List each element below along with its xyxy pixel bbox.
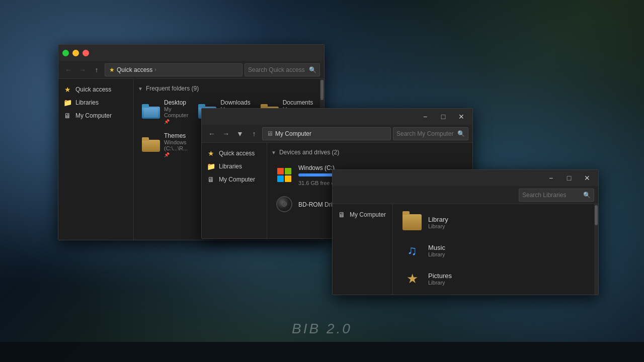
folder-icon-themes [142, 136, 160, 154]
lib-sub-music: Library [428, 251, 445, 257]
bd-disc-icon [276, 196, 292, 212]
window-body-libraries: 🖥 My Computer Library Library [333, 204, 598, 295]
folder-item-desktop[interactable]: Desktop My Computer 📌 [138, 96, 192, 127]
btn-forward[interactable]: → [76, 64, 89, 76]
breadcrumb-arrow: › [154, 67, 156, 72]
folder-icon-libraries: 📁 [63, 99, 71, 107]
btn-recent-mycomputer[interactable]: ▼ [234, 128, 246, 140]
btn-back[interactable]: ← [62, 64, 74, 76]
taskbar [0, 342, 644, 362]
section-header-drives: ▼ Devices and drives (2) [271, 147, 468, 160]
lib-item-library[interactable]: Library Library [398, 209, 589, 235]
breadcrumb-comp-icon: 🖥 [267, 130, 273, 137]
lib-content: Library Library ♫ Music Library ★ [393, 204, 594, 295]
btn-maximize-mac[interactable] [72, 50, 79, 56]
breadcrumb-quickaccess[interactable]: ★ Quick access › [105, 63, 243, 76]
computer-icon: 🖥 [63, 112, 71, 120]
lib-name-library: Library [428, 216, 448, 223]
folder-item-themes[interactable]: Themes Windows (C:\...\R... 📌 [138, 129, 192, 160]
search-bar-mycomputer[interactable]: 🔍 [393, 127, 468, 140]
lib-info-pictures: Pictures Library [428, 272, 452, 286]
star-icon-sidebar: ★ [207, 149, 215, 157]
search-icon: 🔍 [309, 66, 316, 73]
section-title-drives: Devices and drives (2) [279, 149, 339, 156]
btn-back-mycomputer[interactable]: ← [206, 128, 218, 140]
drive-icon-windows [275, 166, 293, 184]
sidebar-item-qa-mycomputer[interactable]: ★ Quick access [202, 147, 267, 160]
btn-minimize-libraries[interactable]: − [544, 171, 558, 185]
folder-location-desktop: My Computer [164, 106, 188, 118]
computer-icon-sidebar: 🖥 [207, 175, 215, 184]
toolbar-libraries: 🔍 [333, 186, 598, 204]
folder-name-desktop: Desktop [164, 99, 188, 106]
btn-minimize-mycomputer[interactable]: − [418, 110, 432, 124]
scrollbar-libraries[interactable] [594, 204, 598, 295]
sidebar-item-mycomputer[interactable]: 🖥 My Computer [58, 109, 133, 122]
watermark: BIB 2.0 [292, 321, 352, 337]
scrollbar-thumb-quickaccess [320, 80, 324, 100]
btn-minimize-mac[interactable] [62, 50, 69, 56]
btn-maximize-mycomputer[interactable]: □ [436, 110, 450, 124]
toolbar-quickaccess: ← → ↑ ★ Quick access › 🔍 [58, 61, 324, 79]
btn-up-mycomputer[interactable]: ↑ [248, 128, 260, 140]
breadcrumb-text-mycomputer: My Computer [275, 130, 311, 137]
btn-up[interactable]: ↑ [91, 64, 103, 76]
search-input-quickaccess[interactable] [248, 66, 307, 73]
sidebar-quickaccess: ★ Quick access 📁 Libraries 🖥 My Computer [58, 79, 134, 240]
search-bar-quickaccess[interactable]: 🔍 [245, 63, 320, 76]
sidebar-label-libraries: Libraries [75, 99, 99, 106]
sidebar-label-mycomputer: My Computer [75, 112, 112, 119]
sidebar-item-lib-mycomputer[interactable]: 📁 Libraries [202, 160, 267, 173]
lib-sub-library: Library [428, 223, 448, 229]
btn-close-mycomputer[interactable]: ✕ [454, 110, 468, 124]
sidebar-label-qa: Quick access [219, 150, 255, 157]
sidebar-item-mycomp-lib[interactable]: 🖥 My Computer [333, 208, 392, 221]
sidebar-item-comp-mycomputer[interactable]: 🖥 My Computer [202, 173, 267, 186]
btn-maximize-libraries[interactable]: □ [562, 171, 576, 185]
sidebar-label-lib: Libraries [219, 163, 242, 170]
folder-info-themes: Themes Windows (C:\...\R... 📌 [164, 132, 188, 157]
search-icon-mycomputer: 🔍 [457, 130, 465, 137]
window-controls-libraries: − □ ✕ [544, 171, 594, 185]
breadcrumb-star-icon: ★ [109, 66, 115, 73]
lib-icon-music: ♫ [402, 240, 422, 260]
sidebar-libraries: 🖥 My Computer [333, 204, 393, 295]
breadcrumb-mycomputer[interactable]: 🖥 My Computer [262, 127, 391, 140]
lib-icon-library [402, 212, 422, 232]
drive-name-c: Windows (C:) [298, 164, 335, 171]
lib-info-music: Music Library [428, 244, 445, 257]
lib-item-pictures[interactable]: ★ Pictures Library [398, 265, 589, 292]
drive-fill-c [298, 173, 336, 176]
folder-location-themes: Windows (C:\...\R... [164, 139, 188, 151]
sidebar-item-libraries[interactable]: 📁 Libraries [58, 96, 133, 109]
chevron-icon: ▼ [138, 86, 143, 92]
computer-icon-lib-sidebar: 🖥 [338, 211, 346, 219]
folder-name-downloads: Downloads [220, 99, 250, 106]
star-icon: ★ [63, 85, 71, 94]
btn-close-mac[interactable] [83, 50, 89, 56]
main-content-libraries[interactable]: Library Library ♫ Music Library ★ [393, 204, 594, 295]
window-libraries: − □ ✕ 🔍 🖥 My Computer [332, 169, 599, 295]
windows-logo [277, 168, 291, 182]
window-controls-mycomputer: − □ ✕ [418, 110, 468, 124]
lib-item-music[interactable]: ♫ Music Library [398, 237, 589, 263]
btn-close-libraries[interactable]: ✕ [580, 171, 594, 185]
titlebar-mycomputer: − □ ✕ [202, 109, 472, 125]
section-title-folders: Frequent folders (9) [146, 85, 199, 92]
sidebar-item-quickaccess[interactable]: ★ Quick access [58, 83, 133, 96]
search-icon-libraries: 🔍 [583, 192, 591, 199]
folder-icon-lib-sidebar: 📁 [207, 162, 215, 170]
search-input-libraries[interactable] [522, 192, 581, 199]
lib-sub-pictures: Library [428, 280, 452, 286]
toolbar-mycomputer: ← → ▼ ↑ 🖥 My Computer 🔍 [202, 125, 472, 143]
search-bar-libraries[interactable]: 🔍 [519, 189, 594, 202]
sidebar-label-mycomp-lib: My Computer [350, 211, 386, 218]
scrollbar-thumb-libraries [595, 205, 598, 225]
window-controls-mac [62, 50, 89, 56]
lib-name-pictures: Pictures [428, 272, 452, 280]
bd-disc-inner [282, 202, 287, 207]
lib-info-library: Library Library [428, 216, 448, 229]
btn-forward-mycomputer[interactable]: → [220, 128, 232, 140]
search-input-mycomputer[interactable] [396, 130, 455, 137]
drive-icon-bd [275, 195, 293, 213]
